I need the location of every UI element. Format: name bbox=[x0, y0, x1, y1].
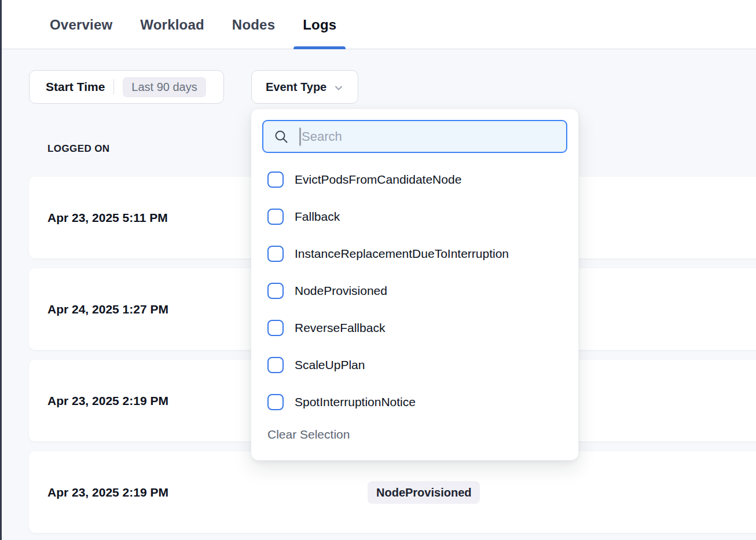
start-time-label: Start Time bbox=[46, 80, 105, 94]
option-nodeprovisioned[interactable]: NodeProvisioned bbox=[262, 272, 567, 309]
checkbox-icon[interactable] bbox=[267, 357, 284, 373]
logged-on-value: Apr 24, 2025 1:27 PM bbox=[47, 302, 168, 316]
checkbox-icon[interactable] bbox=[267, 172, 284, 188]
option-reversefallback[interactable]: ReverseFallback bbox=[262, 309, 567, 346]
event-type-filter[interactable]: Event Type bbox=[251, 70, 358, 104]
event-type-dropdown: EvictPodsFromCandidateNode Fallback Inst… bbox=[251, 108, 579, 461]
option-label: ScaleUpPlan bbox=[295, 358, 365, 372]
chevron-down-icon bbox=[333, 83, 344, 93]
start-time-filter[interactable]: Start Time Last 90 days bbox=[29, 70, 224, 104]
tab-overview-label: Overview bbox=[50, 17, 112, 33]
search-icon bbox=[273, 129, 289, 145]
checkbox-icon[interactable] bbox=[267, 394, 284, 410]
tab-workload[interactable]: Workload bbox=[140, 0, 204, 49]
tab-logs-label: Logs bbox=[303, 17, 336, 33]
option-spotinterruptionnotice[interactable]: SpotInterruptionNotice bbox=[262, 384, 567, 421]
option-label: ReverseFallback bbox=[295, 321, 385, 335]
option-fallback[interactable]: Fallback bbox=[262, 198, 567, 235]
text-caret bbox=[299, 127, 301, 145]
tab-workload-label: Workload bbox=[140, 17, 204, 33]
checkbox-icon[interactable] bbox=[267, 320, 284, 336]
tab-nodes-label: Nodes bbox=[232, 17, 275, 33]
event-type-label: Event Type bbox=[266, 81, 326, 94]
logged-on-value: Apr 23, 2025 2:19 PM bbox=[47, 394, 168, 408]
option-label: EvictPodsFromCandidateNode bbox=[295, 173, 461, 187]
tabs: Overview Workload Nodes Logs bbox=[50, 0, 336, 49]
sidebar-edge bbox=[0, 0, 2, 540]
option-scaleupplan[interactable]: ScaleUpPlan bbox=[262, 346, 567, 384]
option-instancereplacementduetointerruption[interactable]: InstanceReplacementDueToInterruption bbox=[262, 235, 567, 272]
active-tab-indicator bbox=[293, 46, 346, 49]
search-input[interactable] bbox=[263, 121, 566, 152]
tab-nodes[interactable]: Nodes bbox=[232, 0, 275, 49]
checkbox-icon[interactable] bbox=[267, 246, 284, 262]
option-label: Fallback bbox=[295, 210, 340, 224]
option-evictpodsfromcandidatenode[interactable]: EvictPodsFromCandidateNode bbox=[262, 161, 567, 198]
tab-logs[interactable]: Logs bbox=[303, 0, 336, 49]
option-label: InstanceReplacementDueToInterruption bbox=[295, 247, 509, 261]
checkbox-icon[interactable] bbox=[267, 283, 284, 299]
option-label: NodeProvisioned bbox=[295, 284, 387, 298]
option-label: SpotInterruptionNotice bbox=[295, 395, 416, 409]
event-type-options: EvictPodsFromCandidateNode Fallback Inst… bbox=[262, 161, 567, 421]
tab-overview[interactable]: Overview bbox=[50, 0, 112, 49]
filter-divider bbox=[113, 79, 114, 94]
start-time-value[interactable]: Last 90 days bbox=[123, 77, 205, 97]
table-row[interactable]: Apr 23, 2025 2:19 PM NodeProvisioned bbox=[29, 451, 756, 533]
clear-selection-button[interactable]: Clear Selection bbox=[262, 428, 567, 442]
logged-on-value: Apr 23, 2025 2:19 PM bbox=[47, 486, 168, 499]
checkbox-icon[interactable] bbox=[267, 209, 284, 225]
tab-bar: Overview Workload Nodes Logs bbox=[2, 0, 756, 49]
logged-on-value: Apr 23, 2025 5:11 PM bbox=[47, 211, 168, 225]
dropdown-search bbox=[262, 120, 567, 153]
event-type-badge: NodeProvisioned bbox=[368, 481, 480, 503]
column-header-logged-on: LOGGED ON bbox=[47, 143, 110, 155]
